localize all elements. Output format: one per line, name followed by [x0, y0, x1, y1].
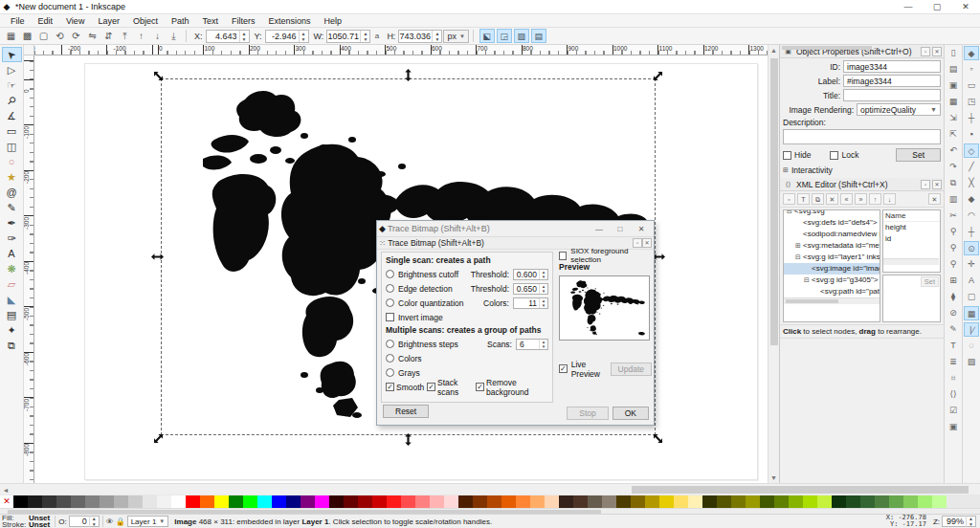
- color-swatch[interactable]: [616, 495, 631, 508]
- snap-icon[interactable]: ◆: [964, 192, 979, 207]
- color-swatch[interactable]: [171, 495, 186, 508]
- color-swatch[interactable]: [473, 495, 487, 508]
- snap-icon[interactable]: ╱: [964, 160, 979, 174]
- attrs-hscrollbar[interactable]: [883, 258, 939, 265]
- color-swatch[interactable]: [803, 495, 817, 508]
- scan-mode-radio[interactable]: [386, 284, 394, 293]
- canvas-vertical-scrollbar[interactable]: ▲ ▼: [768, 45, 779, 483]
- height-spinner[interactable]: ▲▼: [432, 31, 441, 42]
- color-swatch[interactable]: [56, 495, 71, 508]
- y-spinner[interactable]: ▲▼: [299, 31, 308, 42]
- snap-icon[interactable]: ▭: [964, 78, 979, 93]
- snap-icon[interactable]: ▦: [964, 306, 979, 320]
- menu-item[interactable]: View: [59, 15, 91, 27]
- zoom-spinner[interactable]: ▲▼: [966, 516, 975, 527]
- interactivity-label[interactable]: Interactivity: [791, 165, 833, 175]
- color-swatch[interactable]: [545, 495, 559, 508]
- xml-toolbar-icon[interactable]: T: [797, 193, 810, 205]
- color-swatch[interactable]: [487, 495, 501, 508]
- toolbar-icon[interactable]: ↑: [133, 29, 149, 43]
- minimize-button[interactable]: —: [894, 0, 923, 13]
- lock-ratio-icon[interactable]: a: [371, 29, 382, 43]
- xml-toolbar-icon[interactable]: ↓: [883, 193, 896, 205]
- tool-button[interactable]: ○: [2, 154, 22, 169]
- panel-iconify-button[interactable]: ▫: [921, 47, 930, 56]
- color-swatch[interactable]: [530, 495, 545, 508]
- menu-item[interactable]: Layer: [91, 15, 126, 27]
- command-icon[interactable]: ⟨⟩: [946, 387, 961, 402]
- tool-button[interactable]: ▱: [2, 276, 22, 292]
- selection-handle-ne[interactable]: [652, 70, 664, 82]
- color-swatch[interactable]: [774, 495, 789, 508]
- snap-icon[interactable]: ▫: [964, 62, 979, 77]
- param-spinner[interactable]: ▲▼: [539, 298, 547, 308]
- scrollbar-thumb[interactable]: [632, 486, 969, 494]
- image-rendering-select[interactable]: optimizeQuality▼: [857, 103, 941, 116]
- multi-scan-radio[interactable]: [386, 368, 394, 377]
- dialog-close-button[interactable]: ✕: [631, 225, 652, 233]
- snap-icon[interactable]: ┼: [964, 111, 979, 125]
- tool-button[interactable]: ∡: [2, 108, 22, 123]
- attr-set-button[interactable]: Set: [921, 276, 939, 287]
- selection-handle-n[interactable]: [402, 69, 414, 81]
- label-input[interactable]: #image3344: [843, 75, 941, 87]
- xml-node[interactable]: ⊟<svg:g id="g3405">: [784, 275, 880, 286]
- snap-icon[interactable]: ▢: [964, 290, 979, 304]
- xml-node[interactable]: ⊟<svg:svg: [784, 209, 880, 217]
- command-icon[interactable]: ⧫: [946, 290, 961, 304]
- color-swatch[interactable]: [85, 495, 100, 508]
- color-swatch[interactable]: [128, 495, 143, 508]
- command-icon[interactable]: ⊞: [946, 274, 961, 288]
- color-swatch[interactable]: [501, 495, 516, 508]
- xml-node[interactable]: ⊟<svg:g id="layer1" inksc: [784, 252, 880, 263]
- snap-icon[interactable]: ⊙: [964, 241, 979, 255]
- color-swatch[interactable]: [817, 495, 832, 508]
- interactivity-expander-icon[interactable]: ⊞: [783, 166, 789, 174]
- xml-node[interactable]: ⊞<svg:metadata id="met: [784, 240, 880, 252]
- param-spinner[interactable]: ▲▼: [539, 284, 547, 294]
- color-swatch[interactable]: [387, 495, 401, 508]
- menu-item[interactable]: Help: [317, 15, 348, 27]
- multi-scan-radio[interactable]: [386, 354, 394, 363]
- command-icon[interactable]: ⇲: [946, 111, 961, 125]
- tool-button[interactable]: ✦: [2, 322, 22, 338]
- color-swatch[interactable]: [401, 495, 415, 508]
- height-field[interactable]: 743.036 ▲▼: [398, 30, 442, 43]
- scroll-down-arrow[interactable]: ▼: [768, 474, 779, 481]
- color-swatch[interactable]: [458, 495, 473, 508]
- xml-toolbar-icon[interactable]: «: [840, 193, 853, 205]
- toolbar-icon[interactable]: ⤓: [166, 29, 182, 43]
- siox-checkbox[interactable]: [559, 252, 567, 260]
- stop-button[interactable]: Stop: [567, 407, 609, 420]
- command-icon[interactable]: ⌗: [946, 371, 961, 385]
- param-spinner[interactable]: ▲▼: [539, 270, 547, 279]
- tool-button[interactable]: ⚲: [2, 93, 22, 108]
- menu-item[interactable]: Path: [165, 15, 196, 27]
- option-checkbox[interactable]: ✓: [476, 383, 484, 391]
- xml-toolbar-icon[interactable]: »: [855, 193, 867, 205]
- selection-handle-nw[interactable]: [152, 70, 165, 82]
- affect-toggle-button[interactable]: ▤: [531, 29, 546, 43]
- tool-button[interactable]: ▭: [2, 123, 22, 139]
- dialog-minimize-button[interactable]: —: [589, 225, 610, 233]
- menu-item[interactable]: Filters: [225, 15, 262, 27]
- dialog-title-bar[interactable]: ◆ Trace Bitmap (Shift+Alt+B) — □ ✕: [377, 221, 654, 237]
- scan-mode-radio[interactable]: [386, 270, 394, 278]
- scrollbar-thumb[interactable]: [770, 58, 778, 345]
- update-button[interactable]: Update: [611, 363, 652, 376]
- snap-icon[interactable]: ◠: [964, 209, 979, 223]
- x-spinner[interactable]: ▲▼: [239, 31, 249, 42]
- color-swatch[interactable]: [143, 495, 157, 508]
- scroll-left-arrow[interactable]: ◄: [2, 487, 10, 494]
- command-icon[interactable]: ▤: [946, 62, 961, 77]
- color-swatch[interactable]: [186, 495, 200, 508]
- snap-icon[interactable]: ▪: [964, 127, 979, 142]
- color-swatch[interactable]: [631, 495, 645, 508]
- color-swatch[interactable]: [559, 495, 573, 508]
- snap-icon[interactable]: ╳: [964, 176, 979, 190]
- xml-node[interactable]: <sodipodi:namedview i: [784, 229, 880, 240]
- color-swatch[interactable]: [846, 495, 860, 508]
- color-swatch[interactable]: [42, 495, 56, 508]
- command-icon[interactable]: ⚲: [946, 241, 961, 255]
- ok-button[interactable]: OK: [612, 407, 649, 420]
